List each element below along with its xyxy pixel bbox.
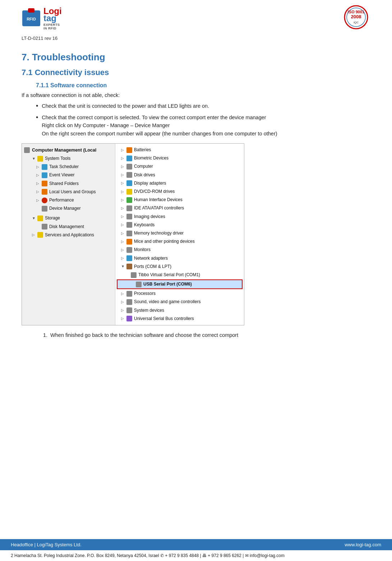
label-task-scheduler: Task Scheduler bbox=[49, 163, 79, 170]
label-performance: Performance bbox=[49, 197, 74, 204]
ss-right-ports: ▼ Ports (COM & LPT) bbox=[115, 263, 244, 271]
svg-text:IQC: IQC bbox=[354, 21, 359, 24]
arrow-task-scheduler: ▷ bbox=[36, 164, 40, 170]
svg-text:RFID: RFID bbox=[27, 17, 36, 21]
ss-right-disk-drives: ▷ Disk drives bbox=[115, 171, 244, 179]
arrow-imaging: ▷ bbox=[121, 214, 125, 219]
label-event-viewer: Event Viewer bbox=[49, 172, 74, 178]
ss-left-disk-mgmt: Disk Management bbox=[22, 223, 115, 231]
ss-left-task-scheduler: ▷ Task Scheduler bbox=[22, 163, 115, 171]
ss-left-shared-folders: ▷ Shared Folders bbox=[22, 180, 115, 188]
page-wrapper: RFID Logi tag EXPERTSIN RFID ISO 9001 20… bbox=[0, 0, 392, 561]
arrow-processors: ▷ bbox=[121, 291, 125, 297]
arrow-computer: ▷ bbox=[121, 164, 125, 170]
bullet-item-2: • Check that the correct comport is sele… bbox=[36, 113, 370, 138]
label-display: Display adapters bbox=[134, 180, 166, 187]
iso-logo: ISO 9001 2008 IQC bbox=[342, 6, 370, 28]
icon-imaging bbox=[126, 214, 132, 219]
ss-left-panel: Computer Management (Local ▼ System Tool… bbox=[22, 144, 115, 325]
arrow-usb-ctrl: ▷ bbox=[121, 316, 125, 321]
label-keyboards: Keyboards bbox=[134, 222, 155, 228]
arrow-shared-folders: ▷ bbox=[36, 181, 40, 186]
label-services: Services and Applications bbox=[45, 232, 94, 238]
label-mice: Mice and other pointing devices bbox=[134, 238, 195, 245]
icon-mice bbox=[126, 239, 132, 245]
label-computer: Computer bbox=[134, 163, 153, 170]
label-network: Network adapters bbox=[134, 255, 168, 262]
icon-biometric bbox=[126, 156, 132, 161]
arrow-system-tools: ▼ bbox=[32, 156, 36, 162]
bullet-text-2: Check that the correct comport is select… bbox=[42, 113, 370, 138]
numbered-item-1-num: 1. bbox=[43, 331, 47, 339]
ss-right-network: ▷ Network adapters bbox=[115, 254, 244, 263]
arrow-services: ▷ bbox=[32, 232, 36, 238]
arrow-system-devices: ▷ bbox=[121, 307, 125, 313]
tag-text: tag bbox=[43, 14, 62, 23]
icon-network bbox=[126, 255, 132, 261]
bullet2-line3: On the right screen the comport number w… bbox=[42, 130, 370, 138]
label-biometric: Biometric Devices bbox=[134, 155, 169, 162]
arrow-batteries: ▷ bbox=[121, 147, 125, 153]
icon-device-manager bbox=[42, 206, 47, 212]
section7-heading: 7. Troubleshooting bbox=[22, 52, 370, 63]
icon-dvd bbox=[126, 189, 132, 195]
label-local-users: Local Users and Groups bbox=[49, 189, 96, 195]
icon-batteries bbox=[126, 147, 132, 153]
label-ide: IDE ATA/ATAPI controllers bbox=[134, 205, 184, 212]
label-batteries: Batteries bbox=[134, 147, 151, 153]
ss-right-biometric: ▷ Biometric Devices bbox=[115, 154, 244, 162]
bullet2-line1: Check that the correct comport is select… bbox=[42, 115, 266, 120]
label-processors: Processors bbox=[134, 290, 156, 297]
label-imaging: Imaging devices bbox=[134, 213, 165, 220]
doc-ref-text: LT-D-0211 rev 16 bbox=[22, 36, 57, 41]
doc-ref: LT-D-0211 rev 16 bbox=[0, 34, 392, 45]
label-device-manager: Device Manager bbox=[49, 205, 80, 212]
arrow-keyboards: ▷ bbox=[121, 222, 125, 228]
icon-system-tools bbox=[37, 156, 43, 162]
icon-usb-ctrl bbox=[126, 316, 132, 321]
ss-right-keyboards: ▷ Keyboards bbox=[115, 221, 244, 229]
ss-right-computer: ▷ Computer bbox=[115, 162, 244, 171]
icon-usb bbox=[136, 282, 142, 287]
ss-left-title: Computer Management (Local bbox=[22, 146, 115, 154]
label-monitors: Monitors bbox=[134, 246, 151, 253]
icon-hid bbox=[126, 197, 132, 203]
ss-left-performance: ▷ Performance bbox=[22, 196, 115, 204]
ss-right-mice: ▷ Mice and other pointing devices bbox=[115, 237, 244, 246]
icon-memory bbox=[126, 231, 132, 236]
label-hid: Human Interface Devices bbox=[134, 196, 183, 203]
main-content: 7. Troubleshooting 7.1 Connectivity issu… bbox=[0, 45, 392, 545]
bullet2-line2: Right click on My Computer - Manage – De… bbox=[42, 121, 370, 129]
ss-right-hid: ▷ Human Interface Devices bbox=[115, 196, 244, 204]
icon-shared-folders bbox=[42, 181, 47, 186]
icon-task-scheduler bbox=[42, 164, 47, 170]
icon-disk-mgmt bbox=[42, 224, 47, 230]
label-dvd: DVD/CD-ROM drives bbox=[134, 188, 175, 195]
icon-system-devices bbox=[126, 307, 132, 313]
intro-text: If a software connection is not able, ch… bbox=[22, 92, 370, 99]
section71-heading: 7.1 Connectivity issues bbox=[22, 68, 370, 77]
iso-svg: ISO 9001 2008 IQC bbox=[342, 5, 370, 30]
arrow-mice: ▷ bbox=[121, 239, 125, 245]
arrow-display: ▷ bbox=[121, 180, 125, 186]
label-system-devices: System devices bbox=[134, 307, 164, 314]
ss-right-usb-ctrl: ▷ Universal Serial Bus controllers bbox=[115, 315, 244, 323]
numbered-item-1-text: When finished go back to the technician … bbox=[50, 331, 238, 339]
ss-right-monitors: ▷ Monitors bbox=[115, 246, 244, 254]
ss-right-panel: ▷ Batteries ▷ Biometric Devices ▷ Comput… bbox=[115, 144, 244, 325]
icon-tibbo bbox=[131, 272, 137, 278]
label-storage: Storage bbox=[45, 215, 60, 222]
icon-disk-drives bbox=[126, 172, 132, 178]
section711-heading: 7.1.1 Software connection bbox=[36, 82, 370, 89]
logitag-text: Logi tag EXPERTSIN RFID bbox=[43, 6, 62, 31]
label-usb-ctrl: Universal Serial Bus controllers bbox=[134, 315, 194, 322]
icon-monitors bbox=[126, 247, 132, 253]
bullet-dot-1: • bbox=[36, 102, 38, 110]
icon-computer bbox=[126, 164, 132, 170]
label-disk-drives: Disk drives bbox=[134, 172, 155, 178]
arrow-event-viewer: ▷ bbox=[36, 172, 40, 178]
svg-rect-1 bbox=[28, 8, 34, 13]
ss-right-system-devices: ▷ System devices bbox=[115, 306, 244, 315]
label-shared-folders: Shared Folders bbox=[49, 180, 79, 187]
arrow-memory: ▷ bbox=[121, 231, 125, 236]
